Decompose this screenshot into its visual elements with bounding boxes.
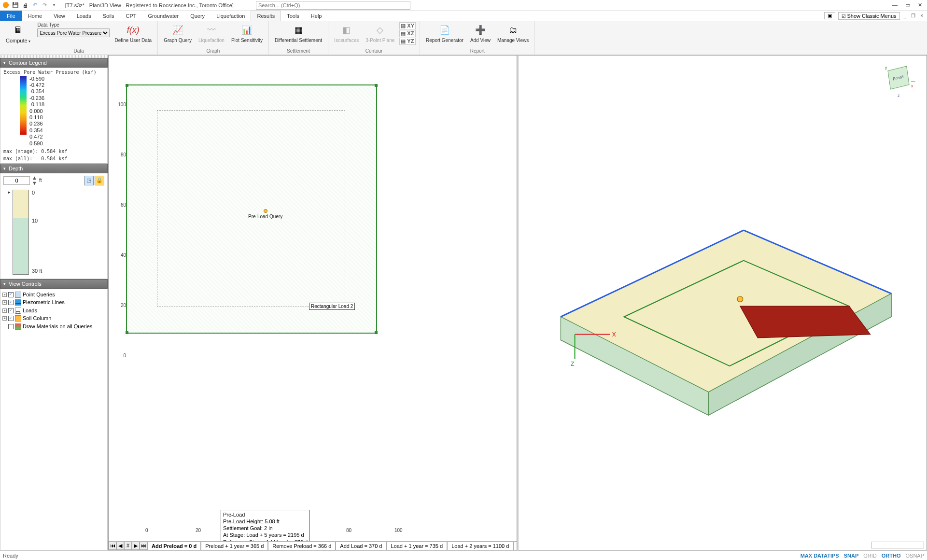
plot-sensitivity-button[interactable]: 📊 Plot Sensitivity xyxy=(229,22,265,44)
svg-text:x: x xyxy=(612,329,616,338)
qat-dropdown-icon[interactable]: ▼ xyxy=(50,1,58,9)
orientation-widget[interactable]: Front — x y z xyxy=(883,65,917,99)
menu-query[interactable]: Query xyxy=(184,11,211,21)
maximize-button[interactable]: ▭ xyxy=(905,2,910,8)
redo-icon[interactable]: ↷ xyxy=(41,1,48,9)
show-classic-menus[interactable]: ☑ Show Classic Menus xyxy=(838,12,900,20)
mdi-minimize[interactable]: _ xyxy=(903,13,908,18)
tree-soil-column[interactable]: +Soil Column xyxy=(2,314,106,322)
depth-mode-icon[interactable]: ◳ xyxy=(84,176,94,185)
data-type-select[interactable]: Excess Pore Water Pressure xyxy=(37,28,110,37)
contour-legend-header[interactable]: ▾ Contour Legend xyxy=(0,58,108,68)
app-icon: 🟠 xyxy=(2,1,10,9)
compute-button[interactable]: 🖩 Compute ▾ xyxy=(4,22,32,45)
stage-tab-6[interactable]: Load + 5 years = 2195 d xyxy=(513,542,517,550)
define-user-data-button[interactable]: f(x) Define User Data xyxy=(112,22,154,44)
tab-nav-prev[interactable]: ◀ xyxy=(116,542,124,550)
depth-input[interactable] xyxy=(3,176,30,185)
search-input[interactable] xyxy=(256,1,410,10)
manage-views-button[interactable]: 🗂 Manage Views xyxy=(495,22,531,44)
axis-z-icon: z xyxy=(898,93,900,98)
graph-query-button[interactable]: 📈 Graph Query xyxy=(162,22,194,44)
tree-draw-materials[interactable]: +Draw Materials on all Queries xyxy=(2,322,106,331)
plane-xy-button[interactable]: ▦ XY xyxy=(399,22,416,29)
three-point-label: 3-Point Plane xyxy=(365,38,394,43)
menu-results[interactable]: Results xyxy=(251,11,281,21)
menu-help[interactable]: Help xyxy=(305,11,328,21)
stage-tab-2[interactable]: Remove Preload = 366 d xyxy=(268,542,336,550)
contour-legend-body: Excess Pore Water Pressure (ksf) -0.590 … xyxy=(0,68,108,164)
menu-loads[interactable]: Loads xyxy=(71,11,97,21)
status-grid[interactable]: GRID xyxy=(863,553,877,559)
view-controls-header[interactable]: ▾ View Controls xyxy=(0,279,108,289)
plane-yz-button[interactable]: ▦ YZ xyxy=(399,38,416,45)
legend-max-all: max (all): 0.584 ksf xyxy=(3,156,104,161)
stage-tab-3[interactable]: Add Load = 370 d xyxy=(336,542,386,550)
legend-max-stage: max (stage): 0.584 ksf xyxy=(3,149,104,154)
3d-viewport[interactable]: Front — x y z x xyxy=(517,55,927,550)
isosurfaces-button[interactable]: ◧ Isosurfaces xyxy=(332,22,361,44)
side-panel: ▾ Contour Legend Excess Pore Water Press… xyxy=(0,55,108,550)
plot-sensitivity-icon: 📊 xyxy=(240,23,253,37)
mdi-restore[interactable]: ❐ xyxy=(910,13,916,18)
tree-point-queries[interactable]: +Point Queries xyxy=(2,291,106,299)
3d-model[interactable]: x z xyxy=(519,56,927,550)
minimize-button[interactable]: — xyxy=(892,2,898,8)
menu-file[interactable]: File xyxy=(0,11,22,21)
axis-y-icon: y xyxy=(885,65,887,70)
save-icon[interactable]: 💾 xyxy=(12,1,19,9)
stage-tab-4[interactable]: Load + 1 year = 735 d xyxy=(386,542,447,550)
menu-liquefaction[interactable]: Liquefaction xyxy=(211,11,251,21)
stage-tab-1[interactable]: Preload + 1 year = 365 d xyxy=(201,542,268,550)
tree-piezometric-lines[interactable]: +〰Piezometric Lines xyxy=(2,298,106,307)
status-snap[interactable]: SNAP xyxy=(844,553,859,559)
add-view-button[interactable]: ➕ Add View xyxy=(468,22,492,44)
panel-toggle-icon[interactable]: ▣ xyxy=(824,12,835,19)
plan-viewport[interactable]: 100 80 60 40 20 0 0 20 40 60 80 100 xyxy=(108,55,517,550)
three-point-plane-button[interactable]: ◇ 3-Point Plane xyxy=(364,22,396,44)
rectangular-load-label[interactable]: Rectangular Load 2 xyxy=(309,303,355,310)
menu-tools[interactable]: Tools xyxy=(281,11,305,21)
liquefaction-label: Liquefaction xyxy=(198,38,225,43)
graph-query-icon: 📈 xyxy=(171,23,184,37)
menu-soils[interactable]: Soils xyxy=(97,11,120,21)
menu-cpt[interactable]: CPT xyxy=(120,11,142,21)
depth-spinner[interactable]: ▲▼ xyxy=(32,175,37,186)
fx-icon: f(x) xyxy=(126,23,140,37)
depth-header[interactable]: ▾ Depth xyxy=(0,164,108,173)
status-coord-input[interactable] xyxy=(871,542,924,548)
group-settlement-label: Settlement xyxy=(273,48,324,55)
menu-view[interactable]: View xyxy=(48,11,71,21)
svg-text:z: z xyxy=(571,359,575,367)
menu-groundwater[interactable]: Groundwater xyxy=(142,11,185,21)
report-generator-button[interactable]: 📄 Report Generator xyxy=(424,22,465,44)
status-osnap[interactable]: OSNAP xyxy=(905,553,924,559)
isosurfaces-label: Isosurfaces xyxy=(334,38,359,43)
plane-xz-button[interactable]: ▦ XZ xyxy=(399,30,416,37)
tab-nav-last[interactable]: ⏭ xyxy=(140,542,147,550)
liquefaction-button[interactable]: 〰 Liquefaction xyxy=(197,22,226,44)
diff-settlement-button[interactable]: ▦ Differential Settlement xyxy=(273,22,324,44)
status-max-datatips[interactable]: MAX DATATIPS xyxy=(801,553,839,559)
stage-tabs: ⏮ ◀ # ▶ ⏭ Add Preload = 0 d Preload + 1 … xyxy=(109,541,517,550)
tab-nav-first[interactable]: ⏮ xyxy=(109,542,116,550)
load-outline[interactable] xyxy=(157,110,345,307)
close-button[interactable]: ✕ xyxy=(918,2,922,8)
tab-nav-home[interactable]: # xyxy=(124,542,132,550)
tab-nav-next[interactable]: ▶ xyxy=(132,542,140,550)
legend-color-bar xyxy=(20,76,27,135)
stage-tab-5[interactable]: Load + 2 years = 1100 d xyxy=(447,542,513,550)
diff-settlement-label: Differential Settlement xyxy=(275,38,322,43)
mdi-close[interactable]: × xyxy=(919,13,924,18)
show-classic-menus-label: Show Classic Menus xyxy=(847,13,897,19)
depth-lock-icon[interactable]: 🔒 xyxy=(95,176,104,185)
stage-tab-0[interactable]: Add Preload = 0 d xyxy=(147,542,201,550)
undo-icon[interactable]: ↶ xyxy=(31,1,39,9)
orientation-cube[interactable]: Front xyxy=(887,66,909,90)
legend-units: Excess Pore Water Pressure (ksf) xyxy=(3,70,104,76)
query-point[interactable]: Pre-Load Query xyxy=(248,209,282,219)
tree-loads[interactable]: +▭Loads xyxy=(2,307,106,315)
menu-home[interactable]: Home xyxy=(22,11,48,21)
print-icon[interactable]: 🖨 xyxy=(21,1,29,9)
status-ortho[interactable]: ORTHO xyxy=(882,553,901,559)
